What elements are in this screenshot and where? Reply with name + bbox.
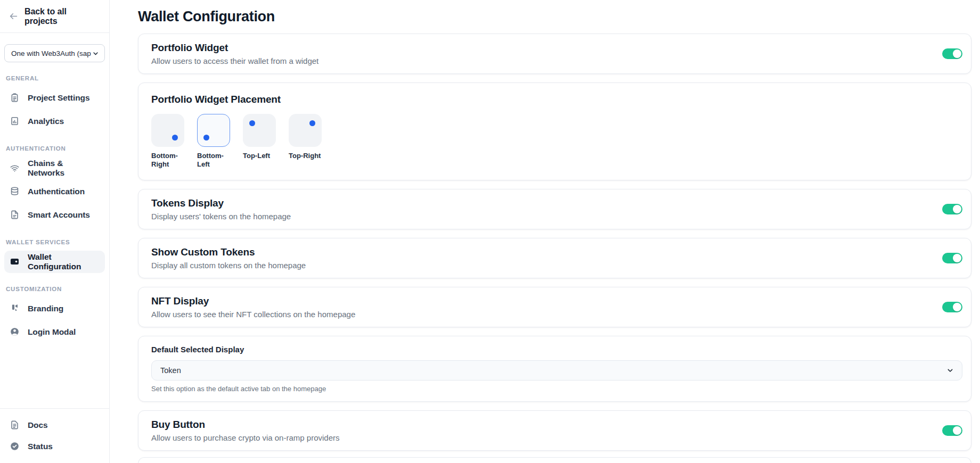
card-title: Tokens Display bbox=[151, 197, 291, 209]
app-window: Back to all projects One with Web3Auth (… bbox=[0, 0, 980, 463]
sidebar-item-label: Analytics bbox=[28, 117, 64, 126]
page-title: Wallet Configuration bbox=[138, 9, 971, 25]
arrow-left-icon bbox=[9, 11, 19, 21]
placement-label: Bottom-Left bbox=[197, 152, 230, 169]
sidebar-nav: GENERAL Project Settings Analytics AUTHE… bbox=[0, 62, 109, 344]
placement-card: Portfolio Widget Placement Bottom-Right … bbox=[138, 82, 971, 180]
portfolio-widget-toggle[interactable] bbox=[942, 48, 962, 59]
portfolio-widget-card: Portfolio Widget Allow users to access t… bbox=[138, 34, 971, 74]
select-value: Token bbox=[160, 366, 181, 375]
sidebar-item-label: Smart Accounts bbox=[28, 210, 90, 220]
tokens-display-text: Tokens Display Display users' tokens on … bbox=[151, 197, 291, 221]
analytics-icon bbox=[10, 116, 20, 127]
user-circle-icon bbox=[10, 327, 20, 337]
card-description: Allow users to purchase crypto via on-ra… bbox=[151, 433, 339, 442]
placement-options: Bottom-Right Bottom-Left Top-Left bbox=[151, 114, 962, 169]
buy-button-card: Buy Button Allow users to purchase crypt… bbox=[138, 410, 971, 451]
portfolio-widget-text: Portfolio Widget Allow users to access t… bbox=[151, 42, 318, 65]
placement-tile-bottom-right[interactable] bbox=[151, 114, 184, 147]
main-content: Wallet Configuration Portfolio Widget Al… bbox=[110, 0, 980, 463]
toggle-knob bbox=[953, 303, 961, 311]
placement-option-bottom-right: Bottom-Right bbox=[151, 114, 184, 169]
card-description: Allow users to see their NFT collections… bbox=[151, 310, 355, 319]
tokens-display-card: Tokens Display Display users' tokens on … bbox=[138, 189, 971, 229]
field-helper-text: Set this option as the default active ta… bbox=[151, 385, 962, 393]
sidebar-item-label: Status bbox=[28, 442, 53, 451]
project-selector-value: One with Web3Auth (sap bbox=[11, 49, 91, 57]
show-custom-tokens-card: Show Custom Tokens Display all custom to… bbox=[138, 238, 971, 278]
tokens-display-toggle[interactable] bbox=[942, 204, 962, 214]
show-custom-tokens-toggle[interactable] bbox=[942, 253, 962, 263]
sidebar-item-label: Login Modal bbox=[28, 327, 76, 337]
toggle-knob bbox=[953, 49, 961, 58]
sidebar-item-login-modal[interactable]: Login Modal bbox=[4, 321, 105, 343]
section-label-wallet-services: WALLET SERVICES bbox=[6, 239, 103, 245]
nft-display-card: NFT Display Allow users to see their NFT… bbox=[138, 287, 971, 327]
buy-button-text: Buy Button Allow users to purchase crypt… bbox=[151, 419, 339, 442]
nft-display-text: NFT Display Allow users to see their NFT… bbox=[151, 295, 355, 319]
card-description: Display all custom tokens on the homepag… bbox=[151, 261, 306, 270]
wallet-icon bbox=[10, 257, 20, 267]
section-label-customization: CUSTOMIZATION bbox=[6, 286, 103, 292]
toggle-knob bbox=[953, 426, 961, 435]
sidebar-item-label: Project Settings bbox=[28, 93, 89, 103]
card-description: Display users' tokens on the homepage bbox=[151, 212, 291, 221]
sidebar-footer: Docs Status bbox=[0, 408, 109, 463]
toggle-knob bbox=[953, 205, 961, 213]
sidebar-item-label: Authentication bbox=[28, 187, 85, 196]
sidebar-item-authentication[interactable]: Authentication bbox=[4, 180, 105, 203]
sidebar-item-label: Branding bbox=[28, 304, 63, 313]
placement-label: Top-Right bbox=[289, 152, 322, 160]
sidebar-item-status[interactable]: Status bbox=[4, 436, 105, 457]
brush-icon bbox=[10, 303, 20, 314]
default-display-select[interactable]: Token bbox=[151, 360, 962, 381]
sidebar-item-docs[interactable]: Docs bbox=[4, 415, 105, 435]
section-label-authentication: AUTHENTICATION bbox=[6, 145, 103, 152]
doc-icon bbox=[10, 420, 20, 431]
back-to-projects-link[interactable]: Back to all projects bbox=[0, 0, 109, 33]
placement-dot-icon bbox=[309, 120, 315, 126]
sidebar-item-label: Docs bbox=[28, 420, 48, 430]
placement-label: Bottom-Right bbox=[151, 152, 184, 169]
clipboard-icon bbox=[10, 93, 20, 103]
card-title: NFT Display bbox=[151, 295, 355, 307]
sidebar-item-project-settings[interactable]: Project Settings bbox=[4, 87, 105, 109]
card-title: Buy Button bbox=[151, 419, 339, 431]
placement-option-bottom-left: Bottom-Left bbox=[197, 114, 230, 169]
placement-label: Top-Left bbox=[243, 152, 276, 160]
sidebar-item-label: Chains & Networks bbox=[28, 159, 100, 178]
placement-dot-icon bbox=[249, 120, 255, 126]
sidebar-item-wallet-configuration[interactable]: Wallet Configuration bbox=[4, 251, 105, 273]
chevron-down-icon bbox=[946, 366, 954, 375]
show-custom-tokens-text: Show Custom Tokens Display all custom to… bbox=[151, 246, 306, 270]
toggle-knob bbox=[953, 254, 961, 262]
sidebar-item-analytics[interactable]: Analytics bbox=[4, 110, 105, 133]
placement-tile-top-left[interactable] bbox=[243, 114, 276, 147]
field-label: Default Selected Display bbox=[151, 345, 962, 354]
placement-option-top-left: Top-Left bbox=[243, 114, 276, 169]
sidebar-item-smart-accounts[interactable]: Smart Accounts bbox=[4, 204, 105, 226]
section-label-general: GENERAL bbox=[6, 75, 103, 81]
chevron-down-icon bbox=[92, 49, 100, 57]
database-icon bbox=[10, 186, 20, 197]
sidebar: Back to all projects One with Web3Auth (… bbox=[0, 0, 110, 463]
placement-dot-icon bbox=[172, 135, 178, 140]
card-description: Allow users to access their wallet from … bbox=[151, 56, 318, 65]
placement-option-top-right: Top-Right bbox=[289, 114, 322, 169]
nft-display-toggle[interactable] bbox=[942, 302, 962, 312]
next-card-partial bbox=[138, 457, 971, 463]
sidebar-item-branding[interactable]: Branding bbox=[4, 297, 105, 320]
back-to-projects-label: Back to all projects bbox=[24, 7, 101, 26]
default-selected-display-card: Default Selected Display Token Set this … bbox=[138, 336, 971, 402]
sidebar-item-label: Wallet Configuration bbox=[28, 252, 100, 271]
placement-dot-icon bbox=[203, 135, 209, 140]
project-selector-dropdown[interactable]: One with Web3Auth (sap bbox=[4, 44, 105, 62]
placement-tile-bottom-left[interactable] bbox=[197, 114, 230, 147]
card-title: Portfolio Widget Placement bbox=[151, 94, 962, 105]
sidebar-item-chains-networks[interactable]: Chains & Networks bbox=[4, 157, 105, 179]
wifi-icon bbox=[10, 163, 20, 173]
card-title: Portfolio Widget bbox=[151, 42, 318, 54]
buy-button-toggle[interactable] bbox=[942, 425, 962, 436]
status-check-icon bbox=[10, 441, 20, 452]
placement-tile-top-right[interactable] bbox=[289, 114, 322, 147]
